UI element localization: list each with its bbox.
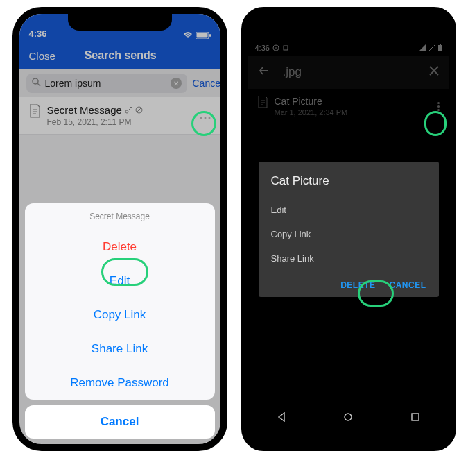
dialog-actions: DELETE CANCEL [271, 280, 426, 290]
android-device-frame: 4:36 .jpg Cat Picture Mar 1, 2021, 2:34 … [241, 7, 456, 451]
copy-link-button[interactable]: Copy Link [25, 298, 215, 332]
ios-device-frame: 4:36 Close Search sends ✕ Cancel Secret … [12, 7, 227, 451]
nav-home-button[interactable] [343, 411, 354, 423]
delete-button[interactable]: DELETE [340, 280, 375, 290]
svg-rect-27 [412, 414, 419, 420]
dialog-title: Cat Picture [271, 174, 426, 188]
nav-back-button[interactable] [276, 411, 287, 423]
share-link-button[interactable]: Share Link [25, 332, 215, 366]
nav-recent-button[interactable] [410, 411, 421, 423]
action-sheet-title: Secret Message [25, 203, 215, 230]
ios-action-sheet-overlay[interactable]: Secret Message Delete Edit Copy Link Sha… [19, 14, 220, 444]
delete-button[interactable]: Delete [25, 230, 215, 264]
copy-link-button[interactable]: Copy Link [271, 222, 426, 246]
android-nav-bar [248, 414, 449, 444]
edit-button[interactable]: Edit [271, 198, 426, 222]
edit-button[interactable]: Edit [25, 264, 215, 298]
action-sheet-cancel-button[interactable]: Cancel [25, 405, 215, 439]
share-link-button[interactable]: Share Link [271, 246, 426, 271]
svg-point-26 [345, 414, 352, 420]
android-dialog-overlay[interactable]: Cat Picture Edit Copy Link Share Link DE… [248, 14, 449, 444]
cancel-button[interactable]: CANCEL [390, 280, 426, 290]
ios-action-sheet: Secret Message Delete Edit Copy Link Sha… [25, 203, 215, 400]
android-dialog: Cat Picture Edit Copy Link Share Link DE… [259, 162, 439, 297]
remove-password-button[interactable]: Remove Password [25, 366, 215, 400]
ios-notch [68, 14, 172, 31]
